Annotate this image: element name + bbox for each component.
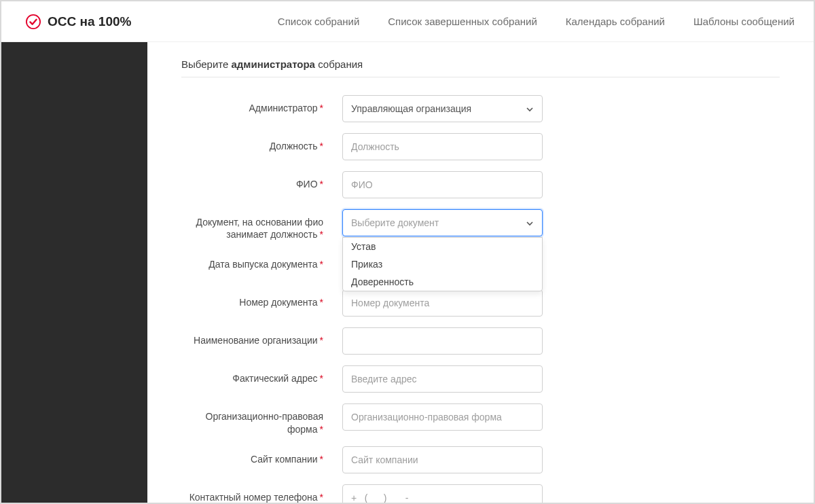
chevron-down-icon: [526, 219, 534, 227]
logo-text: ОСС на 100%: [48, 14, 131, 29]
input-doc-number[interactable]: [342, 289, 543, 317]
row-administrator: Администратор* Управляющая огранизация: [181, 95, 780, 122]
input-phone[interactable]: [342, 484, 543, 504]
label-document-basis: Документ, на основании фио занимает долж…: [181, 209, 327, 240]
app-logo[interactable]: ОСС на 100%: [26, 14, 131, 29]
section-title-suffix: собрания: [315, 58, 363, 70]
main-nav: Список собраний Список завершенных собра…: [278, 16, 795, 27]
required-asterisk: *: [320, 297, 323, 308]
required-asterisk: *: [320, 229, 323, 240]
required-asterisk: *: [320, 335, 323, 346]
label-actual-address: Фактический адрес*: [181, 365, 327, 384]
row-legal-form: Организационно-правовая форма*: [181, 403, 780, 435]
input-org-name[interactable]: [342, 327, 543, 355]
required-asterisk: *: [320, 141, 323, 151]
svg-point-0: [26, 14, 40, 28]
label-org-name: Наименование организации*: [181, 327, 327, 346]
nav-item-calendar[interactable]: Календарь собраний: [566, 16, 665, 27]
select-administrator[interactable]: Управляющая огранизация: [342, 95, 543, 122]
app-header: ОСС на 100% Список собраний Список завер…: [1, 1, 814, 42]
label-administrator: Администратор*: [181, 95, 327, 114]
logo-checkmark-icon: [26, 14, 41, 29]
required-asterisk: *: [320, 373, 323, 384]
row-phone: Контактный номер телефона*: [181, 484, 780, 504]
select-administrator-value: Управляющая огранизация: [351, 103, 471, 114]
nav-item-templates[interactable]: Шаблоны сообщений: [693, 16, 795, 27]
section-title-prefix: Выберите: [181, 58, 231, 70]
required-asterisk: *: [320, 103, 323, 113]
app-body: Выберите администратора собрания Админис…: [1, 42, 814, 503]
input-website[interactable]: [342, 446, 543, 473]
label-issue-date: Дата выпуска документа*: [181, 251, 327, 270]
chevron-down-icon: [526, 105, 534, 113]
select-document-basis[interactable]: Выберите документ: [342, 209, 543, 236]
section-title-bold: администратора: [231, 58, 314, 70]
section-title: Выберите администратора собрания: [181, 58, 780, 77]
input-fullname[interactable]: [342, 171, 543, 198]
dropdown-item-ustav[interactable]: Устав: [343, 238, 542, 255]
input-legal-form[interactable]: [342, 403, 543, 431]
dropdown-document-basis: Устав Приказ Доверенность: [342, 237, 543, 291]
label-legal-form: Организационно-правовая форма*: [181, 403, 327, 435]
required-asterisk: *: [320, 179, 323, 190]
row-org-name: Наименование организации*: [181, 327, 780, 355]
label-position: Должность*: [181, 133, 327, 152]
main-content: Выберите администратора собрания Админис…: [147, 42, 814, 503]
row-doc-number: Номер документа*: [181, 289, 780, 317]
row-position: Должность*: [181, 133, 780, 160]
row-actual-address: Фактический адрес*: [181, 365, 780, 393]
required-asterisk: *: [320, 454, 323, 465]
label-doc-number: Номер документа*: [181, 289, 327, 308]
label-phone: Контактный номер телефона*: [181, 484, 327, 503]
input-position[interactable]: [342, 133, 543, 160]
select-document-basis-placeholder: Выберите документ: [351, 217, 439, 228]
nav-item-meetings-list[interactable]: Список собраний: [278, 16, 359, 27]
app-viewport: ОСС на 100% Список собраний Список завер…: [0, 0, 815, 504]
nav-item-completed-meetings[interactable]: Список завершенных собраний: [388, 16, 537, 27]
dropdown-item-doverennost[interactable]: Доверенность: [343, 273, 542, 291]
label-website: Сайт компании*: [181, 446, 327, 465]
dropdown-item-prikaz[interactable]: Приказ: [343, 255, 542, 273]
row-document-basis: Документ, на основании фио занимает долж…: [181, 209, 780, 240]
required-asterisk: *: [320, 259, 323, 270]
row-website: Сайт компании*: [181, 446, 780, 473]
input-actual-address[interactable]: [342, 365, 543, 393]
row-fullname: ФИО*: [181, 171, 780, 198]
sidebar: [1, 42, 147, 503]
required-asterisk: *: [320, 424, 323, 435]
required-asterisk: *: [320, 492, 323, 503]
label-fullname: ФИО*: [181, 171, 327, 190]
